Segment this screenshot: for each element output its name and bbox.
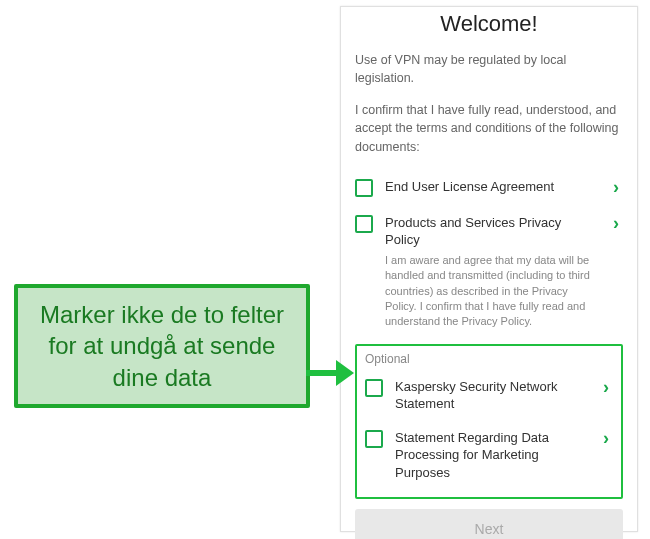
- agreement-row-privacy[interactable]: Products and Services Privacy Policy I a…: [355, 206, 623, 338]
- eula-label: End User License Agreement: [385, 178, 597, 196]
- chevron-right-icon[interactable]: ›: [603, 377, 613, 398]
- arrow-icon: [306, 360, 356, 390]
- annotation-callout: Marker ikke de to felter for at undgå at…: [14, 284, 310, 408]
- checkbox-privacy[interactable]: [355, 215, 373, 233]
- privacy-subtext: I am aware and agree that my data will b…: [385, 253, 597, 330]
- regulation-note: Use of VPN may be regulated by local leg…: [355, 51, 623, 87]
- chevron-right-icon[interactable]: ›: [613, 213, 623, 234]
- agreement-row-eula[interactable]: End User License Agreement ›: [355, 170, 623, 206]
- privacy-label: Products and Services Privacy Policy: [385, 214, 597, 249]
- optional-section: Optional Kaspersky Security Network Stat…: [355, 344, 623, 500]
- agreement-row-marketing[interactable]: Statement Regarding Data Processing for …: [365, 421, 613, 490]
- next-button[interactable]: Next: [355, 509, 623, 539]
- checkbox-ksn[interactable]: [365, 379, 383, 397]
- chevron-right-icon[interactable]: ›: [603, 428, 613, 449]
- privacy-block: Products and Services Privacy Policy I a…: [385, 214, 597, 330]
- chevron-right-icon[interactable]: ›: [613, 177, 623, 198]
- agreement-row-ksn[interactable]: Kaspersky Security Network Statement ›: [365, 370, 613, 421]
- callout-text: Marker ikke de to felter for at undgå at…: [28, 299, 296, 393]
- page-title: Welcome!: [355, 11, 623, 37]
- confirm-text: I confirm that I have fully read, unders…: [355, 101, 623, 155]
- checkbox-marketing[interactable]: [365, 430, 383, 448]
- screen-content: Welcome! Use of VPN may be regulated by …: [341, 7, 637, 539]
- optional-heading: Optional: [365, 352, 613, 366]
- checkbox-eula[interactable]: [355, 179, 373, 197]
- app-screen: Welcome! Use of VPN may be regulated by …: [340, 6, 638, 532]
- marketing-label: Statement Regarding Data Processing for …: [395, 429, 587, 482]
- ksn-label: Kaspersky Security Network Statement: [395, 378, 587, 413]
